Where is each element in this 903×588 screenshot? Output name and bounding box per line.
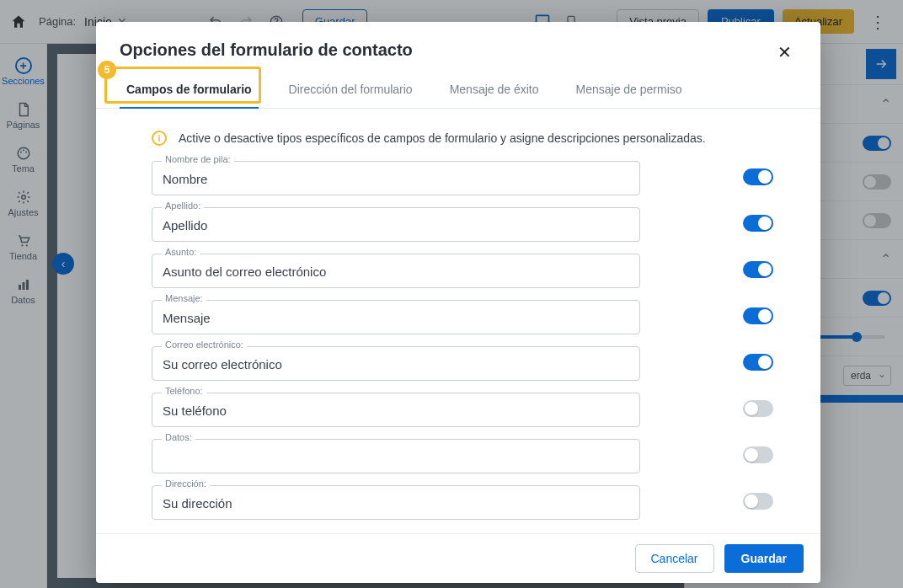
modal-header: Opciones del formulario de contacto ✕ xyxy=(96,22,820,71)
field-row-asunto: Asunto: xyxy=(152,254,805,288)
field-toggle-mensaje[interactable] xyxy=(743,307,773,324)
field-row-datos: Datos: xyxy=(152,439,805,473)
field-input-datos[interactable] xyxy=(152,439,640,473)
field-toggle-datos[interactable] xyxy=(743,446,773,463)
field-input-direccion[interactable] xyxy=(152,485,640,520)
modal-body: i Active o desactive tipos específicos d… xyxy=(96,109,820,533)
field-toggle-telefono[interactable] xyxy=(743,400,773,417)
field-row-apellido: Apellido: xyxy=(152,207,805,242)
field-toggle-correo[interactable] xyxy=(743,354,773,371)
field-input-apellido[interactable] xyxy=(152,207,640,242)
field-toggle-direccion[interactable] xyxy=(743,493,773,510)
tab-permiso[interactable]: Mensaje de permiso xyxy=(569,71,689,108)
field-input-mensaje[interactable] xyxy=(152,300,640,334)
field-toggle-asunto[interactable] xyxy=(743,261,773,278)
field-toggle-apellido[interactable] xyxy=(743,215,773,232)
field-label: Correo electrónico: xyxy=(162,339,247,350)
annotation-step-badge: 5 xyxy=(98,61,116,79)
field-row-nombre: Nombre de pila: xyxy=(152,161,805,195)
save-button[interactable]: Guardar xyxy=(724,544,804,573)
field-label: Nombre de pila: xyxy=(162,154,234,164)
field-label: Asunto: xyxy=(162,247,200,257)
close-icon: ✕ xyxy=(777,43,792,61)
cancel-button[interactable]: Cancelar xyxy=(635,544,714,573)
info-text: Active o desactive tipos específicos de … xyxy=(179,131,706,145)
info-row: i Active o desactive tipos específicos d… xyxy=(152,131,805,146)
tab-direccion[interactable]: Dirección del formulario xyxy=(282,71,419,108)
field-label: Apellido: xyxy=(162,200,204,211)
field-input-telefono[interactable] xyxy=(152,393,640,427)
field-row-mensaje: Mensaje: xyxy=(152,300,805,334)
modal-tabs: Campos de formulario Dirección del formu… xyxy=(96,71,820,109)
field-label: Mensaje: xyxy=(162,293,206,303)
modal-close-button[interactable]: ✕ xyxy=(772,40,797,64)
modal-title: Opciones del formulario de contacto xyxy=(120,40,413,60)
field-label: Dirección: xyxy=(162,478,210,489)
field-toggle-nombre[interactable] xyxy=(743,168,773,185)
tab-campos[interactable]: Campos de formulario xyxy=(120,71,259,108)
field-input-nombre[interactable] xyxy=(152,161,640,195)
field-row-telefono: Teléfono: xyxy=(152,393,805,427)
modal-footer: Cancelar Guardar xyxy=(96,533,820,583)
info-icon: i xyxy=(152,131,167,146)
field-label: Datos: xyxy=(162,432,195,442)
contact-form-options-modal: Opciones del formulario de contacto ✕ Ca… xyxy=(96,22,820,583)
field-input-asunto[interactable] xyxy=(152,254,640,288)
field-row-correo: Correo electrónico: xyxy=(152,346,805,381)
field-label: Teléfono: xyxy=(162,386,206,396)
field-row-direccion: Dirección: xyxy=(152,485,805,520)
field-input-correo[interactable] xyxy=(152,346,640,381)
tab-exito[interactable]: Mensaje de éxito xyxy=(443,71,546,108)
